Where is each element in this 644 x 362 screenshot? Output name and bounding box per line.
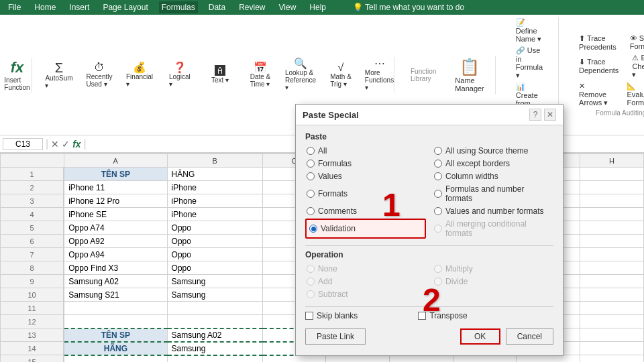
name-manager-btn[interactable]: 📋 NameManager <box>452 56 486 94</box>
cancel-button[interactable]: Cancel <box>506 328 553 345</box>
col-header-h[interactable]: H <box>580 154 644 168</box>
financial-btn[interactable]: 💰 Financial ▾ <box>126 61 153 89</box>
op-multiply-option[interactable]: Multiply <box>433 263 553 274</box>
menu-insert[interactable]: Insert <box>66 1 92 13</box>
transpose-box[interactable] <box>418 312 426 320</box>
paste-comments-option[interactable]: Comments <box>305 206 426 217</box>
cell-a1[interactable]: TÊN SP <box>64 168 167 181</box>
op-none-radio[interactable] <box>307 265 315 273</box>
paste-all-merge-option[interactable]: All merging conditional formats <box>433 219 553 239</box>
cell-b10[interactable]: Samsung <box>167 288 262 302</box>
cell-G15[interactable] <box>517 355 580 363</box>
paste-validation-option[interactable]: Validation <box>305 219 426 239</box>
cell-b2[interactable]: iPhone <box>167 181 262 194</box>
cell-b14[interactable]: Samsung <box>167 342 262 355</box>
lookup-btn[interactable]: 🔍 Lookup &Reference ▾ <box>287 57 314 93</box>
menu-help[interactable]: Help <box>307 1 329 13</box>
cell-H5[interactable] <box>580 221 644 235</box>
paste-all-option[interactable]: All <box>305 145 426 156</box>
cell-H13[interactable] <box>580 328 644 342</box>
paste-values-num-radio[interactable] <box>434 207 442 215</box>
paste-values-radio[interactable] <box>307 172 315 180</box>
cell-a2[interactable]: iPhone 11 <box>64 181 167 194</box>
op-add-radio[interactable] <box>307 278 315 286</box>
tell-me[interactable]: 💡 Tell me what you want to do <box>350 1 467 13</box>
error-checking-btn[interactable]: ⚠ Error Checking ▾ <box>628 53 644 80</box>
cell-b11[interactable] <box>167 302 262 315</box>
col-header-a[interactable]: A <box>64 154 167 168</box>
cell-a3[interactable]: iPhone 12 Pro <box>64 194 167 208</box>
menu-file[interactable]: File <box>5 1 23 13</box>
paste-all-except-radio[interactable] <box>434 160 442 168</box>
cell-b13[interactable]: Samsung A02 <box>167 328 262 342</box>
cancel-formula-icon[interactable]: ✕ <box>51 139 59 149</box>
cell-H2[interactable] <box>580 181 644 194</box>
op-add-option[interactable]: Add <box>305 276 426 287</box>
remove-arrows-btn[interactable]: ✕ Remove Arrows ▾ <box>575 81 617 108</box>
use-in-formula-btn[interactable]: 🔗 Use in Formula ▾ <box>512 46 550 80</box>
dialog-question-btn[interactable]: ? <box>529 109 541 121</box>
cell-H7[interactable] <box>580 248 644 261</box>
date-time-btn[interactable]: 📅 Date &Time ▾ <box>247 61 274 89</box>
skip-blanks-box[interactable] <box>305 312 313 320</box>
cell-H6[interactable] <box>580 235 644 248</box>
paste-values-num-option[interactable]: Values and number formats <box>433 206 553 217</box>
cell-a4[interactable]: iPhone SE <box>64 208 167 221</box>
cell-H12[interactable] <box>580 315 644 328</box>
cell-reference-input[interactable]: C13 <box>3 138 43 150</box>
menu-home[interactable]: Home <box>32 1 58 13</box>
evaluate-formula-btn[interactable]: 📐 Evaluate Formula <box>623 81 644 108</box>
logical-btn[interactable]: ❓ Logical ▾ <box>166 61 193 89</box>
paste-all-source-radio[interactable] <box>434 147 442 155</box>
paste-comments-radio[interactable] <box>307 207 315 215</box>
cell-b4[interactable]: iPhone <box>167 208 262 221</box>
ok-button[interactable]: OK <box>460 328 500 345</box>
text-btn[interactable]: 🅰 Text ▾ <box>207 64 233 85</box>
cell-a13[interactable]: TÊN SP <box>64 328 167 342</box>
paste-col-widths-radio[interactable] <box>434 172 442 180</box>
op-divide-option[interactable]: Divide <box>433 276 553 287</box>
cell-a9[interactable]: Samsung A02 <box>64 275 167 288</box>
cell-H15[interactable] <box>580 355 644 363</box>
recently-used-btn[interactable]: ⏱ RecentlyUsed ▾ <box>86 61 113 89</box>
cell-H10[interactable] <box>580 288 644 302</box>
op-subtract-radio[interactable] <box>307 290 315 298</box>
cell-b15[interactable] <box>167 355 262 363</box>
cell-H1[interactable] <box>580 168 644 181</box>
skip-blanks-checkbox[interactable]: Skip blanks <box>305 311 358 320</box>
cell-b9[interactable]: Samsung <box>167 275 262 288</box>
paste-formats-radio[interactable] <box>307 190 315 198</box>
cell-b1[interactable]: HÃNG <box>167 168 262 181</box>
cell-C15[interactable] <box>262 355 326 363</box>
menu-formulas[interactable]: Formulas <box>159 1 198 13</box>
cell-a11[interactable] <box>64 302 167 315</box>
cell-b3[interactable]: iPhone <box>167 194 262 208</box>
menu-data[interactable]: Data <box>206 1 228 13</box>
trace-precedents-btn[interactable]: ⬆ Trace Precedents <box>575 34 621 52</box>
menu-page-layout[interactable]: Page Layout <box>100 1 150 13</box>
paste-formats-option[interactable]: Formats <box>305 184 426 204</box>
col-header-b[interactable]: B <box>167 154 262 168</box>
more-functions-btn[interactable]: ⋯ MoreFunctions ▾ <box>368 57 394 93</box>
paste-validation-radio[interactable] <box>309 225 317 233</box>
cell-a15[interactable] <box>64 355 167 363</box>
cell-E15[interactable] <box>390 355 453 363</box>
cell-b8[interactable]: Oppo <box>167 261 262 275</box>
op-divide-radio[interactable] <box>434 278 442 286</box>
op-multiply-radio[interactable] <box>434 265 442 273</box>
cell-a8[interactable]: Oppo Find X3 <box>64 261 167 275</box>
define-name-btn[interactable]: 📝 Define Name ▾ <box>512 17 550 44</box>
cell-b5[interactable]: Oppo <box>167 221 262 235</box>
paste-link-button[interactable]: Paste Link <box>305 328 366 345</box>
cell-F15[interactable] <box>453 355 517 363</box>
paste-formulas-option[interactable]: Formulas <box>305 158 426 169</box>
cell-b7[interactable]: Oppo <box>167 248 262 261</box>
paste-all-source-option[interactable]: All using Source theme <box>433 145 553 156</box>
op-none-option[interactable]: None <box>305 263 426 274</box>
cell-H3[interactable] <box>580 194 644 208</box>
cell-a5[interactable]: Oppo A74 <box>64 221 167 235</box>
cell-H4[interactable] <box>580 208 644 221</box>
cell-a10[interactable]: Samsung S21 <box>64 288 167 302</box>
cell-H8[interactable] <box>580 261 644 275</box>
paste-all-radio[interactable] <box>307 147 315 155</box>
